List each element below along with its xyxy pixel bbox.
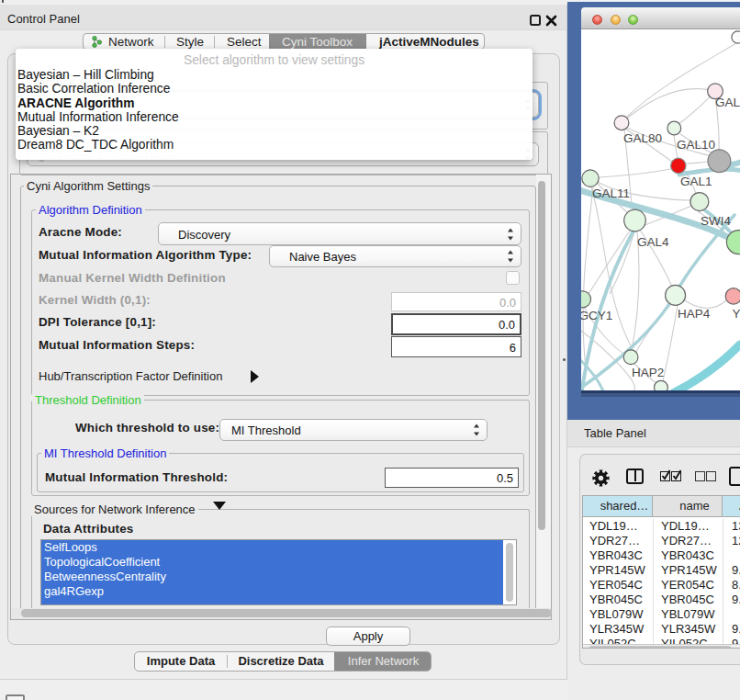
svg-text:HAP4: HAP4 xyxy=(678,307,711,321)
svg-text:GAL4: GAL4 xyxy=(637,235,669,249)
svg-text:GAL10: GAL10 xyxy=(677,138,715,152)
svg-text:SWI4: SWI4 xyxy=(701,214,731,228)
svg-text:GAL11: GAL11 xyxy=(592,186,630,200)
svg-text:GAL1: GAL1 xyxy=(680,175,712,188)
svg-text:GAL2: GAL2 xyxy=(715,96,740,109)
svg-text:Y: Y xyxy=(733,307,740,321)
svg-text:GCY1: GCY1 xyxy=(581,309,612,322)
svg-text:GAL80: GAL80 xyxy=(623,131,662,145)
svg-text:HAP2: HAP2 xyxy=(632,366,664,379)
